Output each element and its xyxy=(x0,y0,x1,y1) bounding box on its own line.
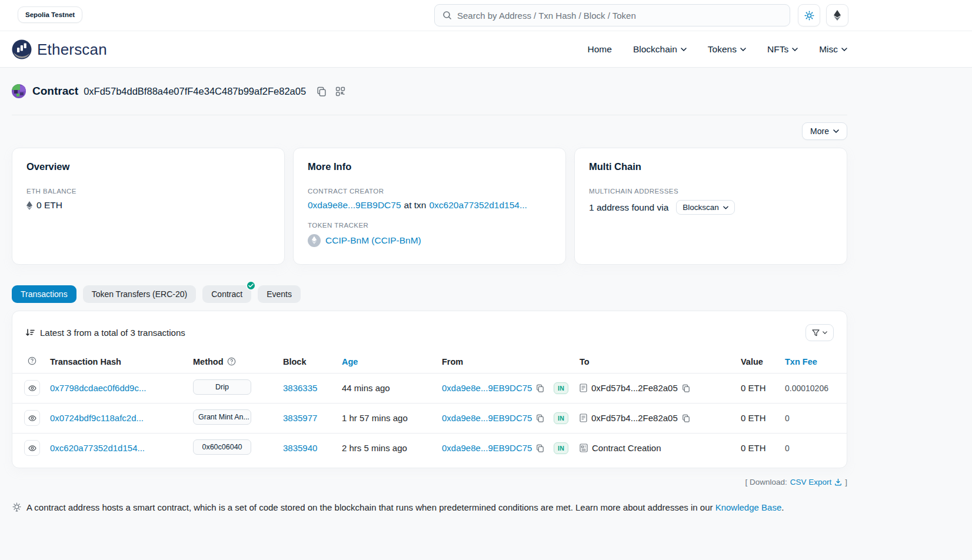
search-bar[interactable] xyxy=(434,4,790,26)
age-value: 1 hr 57 mins ago xyxy=(342,413,408,423)
to-address: Contract Creation xyxy=(592,443,661,453)
block-link[interactable]: 3835940 xyxy=(283,443,317,453)
title-divider xyxy=(12,115,847,115)
token-tracker-label: TOKEN TRACKER xyxy=(308,222,551,229)
copy-icon[interactable] xyxy=(536,384,544,392)
verified-check-icon xyxy=(246,281,256,291)
sort-icon xyxy=(25,328,35,337)
footer-note: A contract address hosts a smart contrac… xyxy=(12,502,847,512)
tab-transactions[interactable]: Transactions xyxy=(12,285,76,303)
help-circle-icon[interactable] xyxy=(28,356,36,365)
nav-blockchain[interactable]: Blockchain xyxy=(633,44,687,55)
etherscan-logo[interactable]: Etherscan xyxy=(12,39,107,59)
network-badge[interactable]: Sepolia Testnet xyxy=(18,6,82,23)
csv-export-link[interactable]: CSV Export xyxy=(790,478,832,486)
col-to: To xyxy=(580,351,741,373)
overview-card: Overview ETH BALANCE 0 ETH xyxy=(12,148,285,265)
nav-tokens[interactable]: Tokens xyxy=(708,44,746,55)
tab-events[interactable]: Events xyxy=(258,285,301,303)
overview-title: Overview xyxy=(26,161,270,172)
col-txn-fee-toggle[interactable]: Txn Fee xyxy=(785,357,817,366)
topbar: Sepolia Testnet xyxy=(0,0,972,31)
from-address-link[interactable]: 0xda9e8e...9EB9DC75 xyxy=(442,383,532,393)
age-value: 44 mins ago xyxy=(342,383,390,393)
from-address-link[interactable]: 0xda9e8e...9EB9DC75 xyxy=(442,413,532,423)
blockscan-dropdown[interactable]: Blockscan xyxy=(676,200,735,215)
tab-contract[interactable]: Contract xyxy=(202,285,251,303)
block-link[interactable]: 3836335 xyxy=(283,383,317,393)
more-button[interactable]: More xyxy=(802,122,847,140)
brand-name: Etherscan xyxy=(37,41,107,59)
from-address-link[interactable]: 0xda9e8e...9EB9DC75 xyxy=(442,443,532,453)
multichain-addresses-label: MULTICHAIN ADDRESSES xyxy=(589,188,833,195)
direction-badge: IN xyxy=(554,412,568,424)
col-method: Method xyxy=(193,357,224,366)
network-switch-button[interactable] xyxy=(826,4,848,26)
multichain-found-text: 1 address found via xyxy=(589,202,668,213)
more-info-title: More Info xyxy=(308,161,551,172)
transactions-summary: Latest 3 from a total of 3 transactions xyxy=(25,328,185,338)
tab-token-transfers[interactable]: Token Transfers (ERC-20) xyxy=(83,285,197,303)
funnel-icon xyxy=(812,329,820,336)
chevron-down-icon xyxy=(833,129,839,133)
table-row: 0xc620a77352d1d154... 0x60c06040 3835940… xyxy=(12,433,847,463)
direction-badge: IN xyxy=(554,442,568,454)
method-badge[interactable]: Drip xyxy=(193,379,251,395)
table-header-row: Transaction Hash Method Block Age From T xyxy=(12,351,847,373)
eye-preview-button[interactable] xyxy=(24,380,40,396)
col-value: Value xyxy=(741,351,785,373)
eth-balance-label: ETH BALANCE xyxy=(26,188,270,195)
multi-chain-title: Multi Chain xyxy=(589,161,833,172)
etherscan-logo-icon xyxy=(12,39,32,59)
knowledge-base-link[interactable]: Knowledge Base xyxy=(715,502,782,512)
txn-hash-link[interactable]: 0x0724bdf9c118afc2d... xyxy=(50,413,144,423)
fee-cell: 0 xyxy=(785,414,790,423)
copy-icon[interactable] xyxy=(682,414,690,422)
value-cell: 0 ETH xyxy=(741,413,766,423)
qr-code-button[interactable] xyxy=(335,86,345,96)
table-row: 0x0724bdf9c118afc2d... Grant Mint An... … xyxy=(12,403,847,433)
filter-button[interactable] xyxy=(805,324,834,341)
nav-misc[interactable]: Misc xyxy=(819,44,847,55)
copy-icon[interactable] xyxy=(536,414,544,422)
eth-balance-value: 0 ETH xyxy=(36,200,62,211)
sun-icon xyxy=(804,11,814,21)
copy-address-button[interactable] xyxy=(317,86,327,96)
copy-icon[interactable] xyxy=(682,384,690,392)
page-title: Contract 0xFd57b4ddBf88a4e07fF4e34C487b9… xyxy=(12,68,847,98)
token-tracker-link[interactable]: CCIP-BnM (CCIP-BnM) xyxy=(325,235,421,246)
tab-bar: Transactions Token Transfers (ERC-20) Co… xyxy=(12,285,847,303)
transactions-panel: Latest 3 from a total of 3 transactions xyxy=(12,311,847,468)
contract-address: 0xFd57b4ddBf88a4e07fF4e34C487b99af2Fe82a… xyxy=(84,86,306,97)
col-age-toggle[interactable]: Age xyxy=(342,357,358,366)
token-logo-icon xyxy=(308,234,321,247)
eye-preview-button[interactable] xyxy=(24,410,40,426)
lightbulb-icon xyxy=(12,502,22,512)
search-icon xyxy=(442,11,452,20)
table-row: 0x7798dcdaec0f6dd9c... Drip 3836335 44 m… xyxy=(12,373,847,403)
nav-home[interactable]: Home xyxy=(588,44,612,55)
txn-hash-link[interactable]: 0xc620a77352d1d154... xyxy=(50,443,145,453)
to-address: 0xFd57b4...2Fe82a05 xyxy=(591,383,678,393)
eth-diamond-icon xyxy=(26,201,32,210)
help-circle-icon[interactable] xyxy=(227,357,236,366)
search-input[interactable] xyxy=(457,11,782,21)
creator-address-link[interactable]: 0xda9e8e...9EB9DC75 xyxy=(308,200,401,211)
copy-icon[interactable] xyxy=(536,444,544,452)
nav-nfts[interactable]: NFTs xyxy=(767,44,798,55)
chevron-down-icon xyxy=(681,48,687,51)
block-link[interactable]: 3835977 xyxy=(283,413,317,423)
col-from: From xyxy=(442,351,554,373)
direction-badge: IN xyxy=(554,382,568,394)
theme-toggle-button[interactable] xyxy=(798,4,820,26)
method-badge[interactable]: Grant Mint An... xyxy=(193,409,251,425)
txn-hash-link[interactable]: 0x7798dcdaec0f6dd9c... xyxy=(50,383,146,393)
creation-txn-link[interactable]: 0xc620a77352d1d154... xyxy=(429,200,527,211)
chevron-down-icon xyxy=(792,48,798,51)
footer-text: A contract address hosts a smart contrac… xyxy=(26,502,713,512)
multi-chain-card: Multi Chain MULTICHAIN ADDRESSES 1 addre… xyxy=(574,148,847,265)
creator-connector: at txn xyxy=(404,200,427,211)
method-badge[interactable]: 0x60c06040 xyxy=(193,439,251,455)
eye-preview-button[interactable] xyxy=(24,440,40,456)
to-address: 0xFd57b4...2Fe82a05 xyxy=(591,413,678,423)
